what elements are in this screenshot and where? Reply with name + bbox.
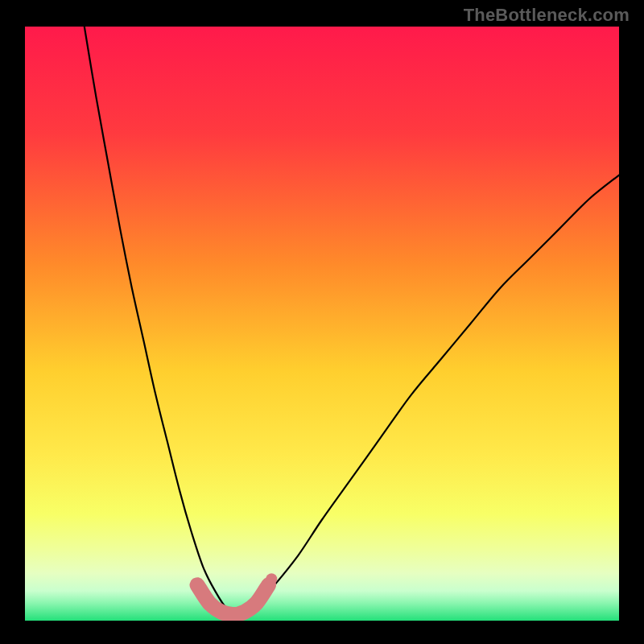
gradient-background [25,27,619,621]
highlight-dot [266,573,277,584]
bottleneck-chart [25,27,619,621]
watermark-text: TheBottleneck.com [464,5,630,26]
chart-frame: TheBottleneck.com [0,0,644,644]
